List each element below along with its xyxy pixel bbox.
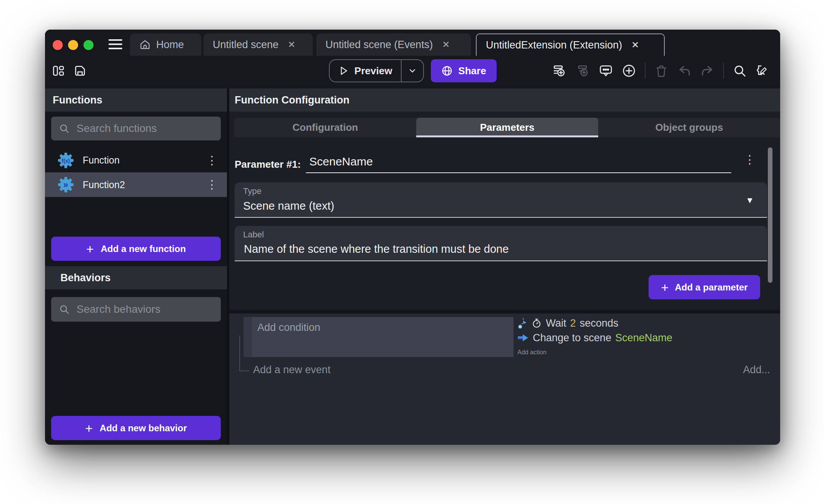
label-label: Label bbox=[243, 230, 264, 240]
page-title: Function Configuration bbox=[235, 94, 349, 106]
tab-home[interactable]: Home bbox=[130, 33, 201, 56]
add-behavior-button[interactable]: + Add a new behavior bbox=[51, 416, 221, 440]
preview-label: Preview bbox=[354, 65, 392, 77]
content-area: Functions f(x) Function ⋮ bbox=[45, 88, 780, 445]
type-label: Type bbox=[243, 186, 262, 196]
actions-column: Wait 2 seconds Change to scene SceneName… bbox=[517, 316, 672, 360]
tab-configuration[interactable]: Configuration bbox=[234, 118, 416, 137]
functions-title: Functions bbox=[53, 94, 102, 106]
change-scene-action-row[interactable]: Change to scene SceneName bbox=[517, 330, 672, 345]
tab-object-groups[interactable]: Object groups bbox=[598, 118, 780, 137]
traffic-lights bbox=[53, 40, 93, 50]
fx-gear-icon: f(x) bbox=[57, 152, 74, 169]
tab-untitled-scene-events[interactable]: Untitled scene (Events) ✕ bbox=[316, 33, 471, 56]
screenshot-stage: Home Untitled scene ✕ Untitled scene (Ev… bbox=[0, 0, 824, 504]
wait-action-row[interactable]: Wait 2 seconds bbox=[517, 316, 672, 330]
functions-header: Functions bbox=[45, 88, 227, 112]
tab-label: Parameters bbox=[480, 122, 535, 134]
wait-unit: seconds bbox=[580, 317, 619, 329]
share-button[interactable]: Share bbox=[431, 59, 497, 82]
parameter-kebab-icon[interactable]: ⋮ bbox=[744, 154, 756, 165]
add-parameter-button[interactable]: + Add a parameter bbox=[649, 275, 760, 299]
tab-label: Untitled scene bbox=[213, 39, 279, 51]
configuration-tabs: Configuration Parameters Object groups bbox=[234, 118, 780, 137]
app-window: Home Untitled scene ✕ Untitled scene (Ev… bbox=[45, 30, 780, 445]
parameter-number-label: Parameter #1: bbox=[235, 159, 301, 170]
change-scene-label: Change to scene bbox=[533, 332, 611, 344]
preview-button[interactable]: Preview bbox=[329, 59, 424, 82]
tab-parameters[interactable]: Parameters bbox=[416, 118, 598, 137]
tab-label: Configuration bbox=[292, 122, 358, 134]
undo-icon[interactable] bbox=[677, 62, 692, 79]
edit-extension-icon[interactable] bbox=[756, 62, 770, 79]
close-tab-icon[interactable]: ✕ bbox=[631, 40, 639, 50]
parameter-name-input[interactable] bbox=[309, 155, 729, 169]
share-label: Share bbox=[458, 65, 486, 77]
tab-untitled-scene[interactable]: Untitled scene ✕ bbox=[203, 33, 313, 56]
parameter-type-select[interactable]: Type Scene name (text) ▼ bbox=[235, 182, 767, 218]
async-icon bbox=[517, 317, 527, 329]
magnifier-icon bbox=[59, 123, 70, 134]
save-icon[interactable] bbox=[73, 62, 87, 79]
titlebar: Home Untitled scene ✕ Untitled scene (Ev… bbox=[45, 30, 780, 56]
type-value: Scene name (text) bbox=[243, 200, 334, 212]
stopwatch-icon bbox=[531, 318, 542, 329]
dropdown-caret-icon: ▼ bbox=[746, 195, 754, 205]
scrollbar-thumb[interactable] bbox=[768, 147, 772, 283]
add-action-button[interactable]: Add action bbox=[517, 345, 672, 360]
chevron-down-icon bbox=[408, 66, 417, 75]
tab-label: UntitledExtension (Extension) bbox=[486, 39, 622, 51]
panels-layout-icon[interactable] bbox=[51, 62, 66, 79]
parameter-label-field[interactable]: Label bbox=[235, 226, 767, 261]
function-list-item-selected[interactable]: » Function2 ⋮ bbox=[45, 172, 227, 197]
behaviors-header: Behaviors bbox=[45, 266, 227, 289]
redo-icon[interactable] bbox=[700, 62, 715, 79]
add-behavior-label: Add a new behavior bbox=[100, 423, 187, 434]
behaviors-title: Behaviors bbox=[53, 272, 111, 284]
tab-untitled-extension[interactable]: UntitledExtension (Extension) ✕ bbox=[476, 33, 665, 56]
close-tab-icon[interactable]: ✕ bbox=[442, 39, 450, 50]
svg-text:»: » bbox=[63, 179, 68, 190]
zoom-window-button[interactable] bbox=[83, 40, 93, 50]
events-sheet: Add condition Wait 2 seconds bbox=[229, 314, 780, 445]
comment-icon[interactable] bbox=[599, 62, 613, 79]
add-more-button[interactable]: Add... bbox=[743, 364, 770, 376]
function-label: Function bbox=[83, 155, 120, 166]
kebab-menu-icon[interactable]: ⋮ bbox=[206, 179, 218, 190]
parameter-name-underline bbox=[306, 172, 731, 173]
kebab-menu-icon[interactable]: ⋮ bbox=[206, 155, 218, 166]
preview-options-button[interactable] bbox=[401, 60, 423, 82]
function-list-item[interactable]: f(x) Function ⋮ bbox=[45, 148, 227, 172]
add-new-event-button[interactable]: Add a new event bbox=[253, 364, 330, 376]
toolbar-divider bbox=[645, 63, 646, 79]
parameter-name-field[interactable] bbox=[309, 155, 728, 169]
tab-label: Untitled scene (Events) bbox=[325, 39, 433, 51]
svg-text:f(x): f(x) bbox=[62, 158, 70, 164]
plus-icon: + bbox=[661, 281, 669, 294]
wait-label: Wait bbox=[546, 317, 566, 329]
add-circle-icon[interactable] bbox=[622, 62, 636, 79]
sidebar: Functions f(x) Function ⋮ bbox=[45, 88, 227, 445]
add-subevent-icon[interactable] bbox=[575, 62, 590, 79]
minimize-window-button[interactable] bbox=[68, 40, 78, 50]
add-event-icon[interactable] bbox=[552, 62, 567, 79]
search-behaviors-input[interactable] bbox=[76, 303, 207, 316]
chevrons-gear-icon: » bbox=[57, 176, 74, 193]
function-configuration-header: Function Configuration bbox=[229, 88, 780, 112]
search-icon[interactable] bbox=[732, 62, 747, 79]
close-tab-icon[interactable]: ✕ bbox=[288, 39, 295, 50]
menu-icon[interactable] bbox=[108, 39, 122, 49]
close-window-button[interactable] bbox=[53, 40, 63, 50]
add-function-button[interactable]: + Add a new function bbox=[51, 237, 221, 261]
toolbar-divider bbox=[723, 63, 724, 79]
toolbar: Preview Share bbox=[45, 56, 780, 85]
wait-value: 2 bbox=[570, 317, 576, 329]
delete-icon[interactable] bbox=[654, 62, 669, 79]
plus-icon: + bbox=[85, 422, 93, 435]
tab-label: Object groups bbox=[655, 122, 723, 134]
parameter-label-input[interactable] bbox=[243, 242, 745, 256]
search-functions-input[interactable] bbox=[76, 122, 207, 135]
event-block: Add condition bbox=[244, 317, 514, 357]
add-parameter-label: Add a parameter bbox=[675, 282, 747, 293]
add-condition-button[interactable]: Add condition bbox=[252, 317, 320, 357]
